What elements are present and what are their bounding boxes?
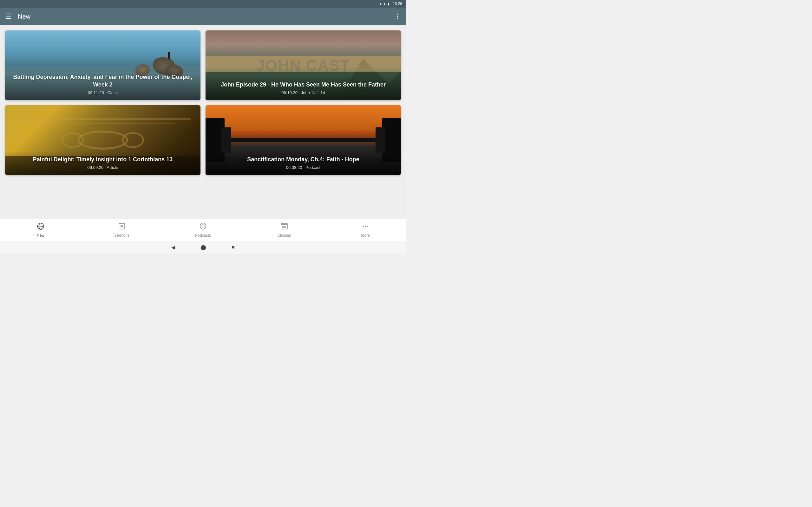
card-1-overlay: Battling Depression, Anxiety, and Fear i… <box>5 68 200 100</box>
figure-decoration <box>168 52 170 59</box>
nav-label-sermons: Sermons <box>114 233 130 238</box>
new-icon <box>37 222 44 232</box>
card-john-episode[interactable]: JOHN CAST John Episode 29 - He Who Has S… <box>206 31 401 100</box>
card-3-meta: 06.09.20 Article <box>10 165 195 170</box>
wifi-icon: ▾ <box>380 2 382 6</box>
main-content: Battling Depression, Anxiety, and Fear i… <box>0 25 406 219</box>
nav-item-podcasts[interactable]: Podcasts <box>162 220 244 240</box>
card-1-title: Battling Depression, Anxiety, and Fear i… <box>10 73 195 89</box>
bottom-nav: New Sermons Podcasts <box>0 219 406 241</box>
status-time: 10:26 <box>393 2 402 6</box>
back-button[interactable]: ◀ <box>171 244 175 250</box>
classes-icon <box>281 222 288 232</box>
nav-label-more: More <box>361 233 369 238</box>
card-4-meta: 06.08.20 Podcast <box>211 165 396 170</box>
sermons-icon <box>118 222 125 232</box>
card-3-overlay: Painful Delight: Timely Insight into 1 C… <box>5 151 200 175</box>
card-2-overlay: John Episode 29 - He Who Has Seen Me Has… <box>206 76 401 100</box>
hamburger-icon[interactable]: ☰ <box>5 13 11 20</box>
more-vert-icon[interactable]: ⋮ <box>394 12 401 20</box>
status-icons: ▾ ▲ ▮ 10:26 <box>380 2 402 6</box>
card-2-meta: 06.10.20 John 14:1-14 <box>211 90 396 95</box>
card-painful-delight[interactable]: Painful Delight: Timely Insight into 1 C… <box>5 105 200 175</box>
card-sanctification[interactable]: Sanctification Monday, Ch.4: Faith - Hop… <box>206 105 401 175</box>
podcasts-icon <box>199 222 207 232</box>
card-3-title: Painful Delight: Timely Insight into 1 C… <box>10 156 195 163</box>
card-4-overlay: Sanctification Monday, Ch.4: Faith - Hop… <box>206 151 401 175</box>
card-2-title: John Episode 29 - He Who Has Seen Me Has… <box>211 81 396 89</box>
home-button[interactable]: ⬤ <box>200 244 206 250</box>
sys-nav-bar: ◀ ⬤ ■ <box>0 241 406 253</box>
more-icon <box>362 222 369 232</box>
nav-label-new: New <box>37 233 44 238</box>
card-4-title: Sanctification Monday, Ch.4: Faith - Hop… <box>211 156 396 163</box>
nav-label-podcasts: Podcasts <box>195 233 211 238</box>
nav-item-sermons[interactable]: Sermons <box>81 220 162 240</box>
status-bar: ▾ ▲ ▮ 10:26 <box>0 0 406 8</box>
svg-point-20 <box>365 226 366 227</box>
card-battling-depression[interactable]: Battling Depression, Anxiety, and Fear i… <box>5 31 200 100</box>
app-bar: ☰ New ⋮ <box>0 8 406 25</box>
card-1-meta: 06.11.20 Class <box>10 90 195 95</box>
battery-icon: ▮ <box>388 2 390 6</box>
signal-icon: ▲ <box>383 2 386 6</box>
nav-label-classes: Classes <box>277 233 291 238</box>
nav-item-more[interactable]: More <box>325 220 406 240</box>
svg-point-19 <box>362 226 364 227</box>
nav-item-new[interactable]: New <box>0 220 81 240</box>
cards-grid: Battling Depression, Anxiety, and Fear i… <box>5 31 401 175</box>
svg-point-21 <box>367 226 368 227</box>
app-bar-title: New <box>18 13 394 20</box>
recent-button[interactable]: ■ <box>232 244 235 250</box>
svg-point-9 <box>202 225 204 227</box>
nav-item-classes[interactable]: Classes <box>244 220 325 240</box>
